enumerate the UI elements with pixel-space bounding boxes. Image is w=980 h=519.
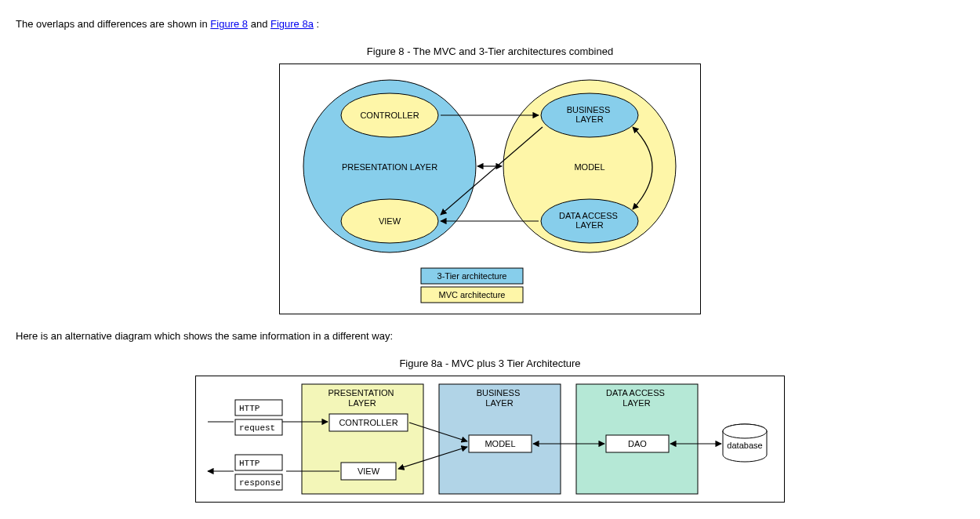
view-box-label: VIEW — [358, 466, 380, 476]
model-box-label: MODEL — [485, 439, 515, 448]
dao-box-label: DAO — [628, 439, 647, 448]
view-label: VIEW — [379, 216, 401, 226]
legend-3tier-label: 3-Tier architecture — [437, 271, 507, 281]
figure-8a-diagram: PRESENTATION LAYER CONTROLLER VIEW BUSIN… — [195, 376, 785, 503]
intro-post: : — [317, 18, 320, 30]
svg-point-1 — [723, 424, 767, 438]
presentation-layer-label: PRESENTATION LAYER — [342, 162, 437, 172]
database-label: database — [727, 441, 762, 450]
response-label: response — [239, 478, 281, 488]
figure-8-caption: Figure 8 - The MVC and 3-Tier architectu… — [16, 45, 964, 57]
figure-8-diagram: PRESENTATION LAYER CONTROLLER VIEW MODEL… — [279, 64, 701, 314]
http-label-2: HTTP — [239, 459, 260, 468]
controller-label: CONTROLLER — [360, 111, 419, 120]
between-text: Here is an alternative diagram which sho… — [16, 330, 964, 342]
intro-text: The overlaps and differences are shown i… — [16, 18, 964, 30]
http-label-1: HTTP — [239, 404, 260, 413]
model-label: MODEL — [574, 162, 604, 172]
legend-mvc-label: MVC architecture — [439, 290, 506, 299]
figure-8a-link[interactable]: Figure 8a — [270, 18, 314, 30]
request-label: request — [239, 423, 275, 433]
controller-box-label: CONTROLLER — [339, 418, 397, 427]
figure-8-link[interactable]: Figure 8 — [210, 18, 248, 30]
figure-8a-caption: Figure 8a - MVC plus 3 Tier Architecture — [16, 357, 964, 369]
intro-pre: The overlaps and differences are shown i… — [16, 18, 210, 30]
intro-mid: and — [251, 18, 270, 30]
